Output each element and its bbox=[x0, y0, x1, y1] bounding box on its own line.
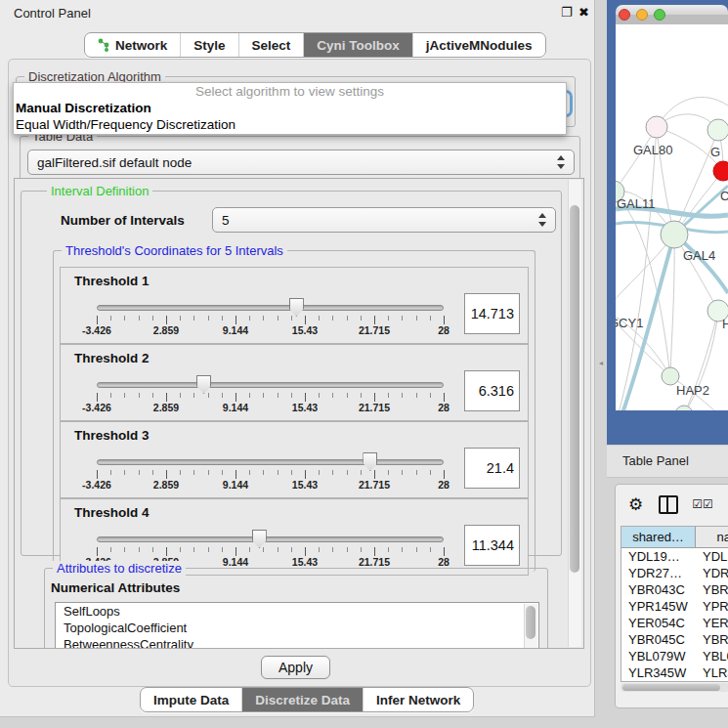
tab-select[interactable]: Select bbox=[239, 33, 305, 57]
threshold-3-slider[interactable] bbox=[97, 459, 444, 465]
cell[interactable]: YER054C bbox=[621, 615, 696, 631]
close-icon[interactable]: ✖ bbox=[578, 5, 589, 20]
node-gal80[interactable] bbox=[646, 116, 667, 138]
interval-definition-group-title: Interval Definition bbox=[47, 184, 152, 198]
tab-network[interactable]: Network bbox=[85, 33, 181, 57]
cell[interactable]: YPR1 bbox=[696, 598, 728, 615]
table-row[interactable]: YDL19… YDL1 bbox=[621, 548, 728, 565]
minimize-traffic-light-icon[interactable] bbox=[637, 10, 648, 21]
column-header-shared-name[interactable]: shared… bbox=[621, 527, 696, 547]
tick-label: -3.426 bbox=[82, 479, 111, 491]
dropdown-placeholder-item[interactable]: Select algorithm to view settings bbox=[14, 83, 566, 100]
list-item[interactable]: BetweennessCentrality bbox=[56, 636, 538, 649]
columns-icon[interactable] bbox=[659, 495, 678, 514]
select-columns-checkboxes-icon[interactable]: ☑☑ bbox=[692, 497, 713, 511]
float-window-icon[interactable]: ❐ bbox=[561, 5, 573, 20]
cell[interactable]: YIL0 bbox=[696, 681, 728, 682]
threshold-3-label: Threshold 3 bbox=[74, 428, 150, 443]
cell[interactable]: YLR3 bbox=[696, 664, 728, 681]
threshold-4-slider[interactable] bbox=[97, 536, 444, 542]
tab-discretize-data[interactable]: Discretize Data bbox=[242, 688, 364, 711]
threshold-4-slider-thumb[interactable] bbox=[252, 530, 267, 548]
table-row[interactable]: YPR145W YPR1 bbox=[621, 598, 728, 615]
number-of-intervals-combobox[interactable]: 5 bbox=[212, 207, 556, 233]
cell[interactable]: YPR145W bbox=[621, 598, 696, 615]
list-scrollbar[interactable] bbox=[524, 604, 537, 649]
numerical-attributes-list[interactable]: SelfLoops TopologicalCoefficient Between… bbox=[55, 602, 539, 649]
tab-infer-network-label: Infer Network bbox=[376, 693, 460, 707]
node-g[interactable] bbox=[707, 119, 728, 141]
threshold-1-value-field[interactable]: 14.713 bbox=[464, 293, 520, 334]
slider-major-ticks bbox=[97, 393, 445, 402]
node-highlighted-red[interactable] bbox=[713, 161, 728, 181]
settings-scrollbar[interactable] bbox=[568, 180, 581, 647]
threshold-2-slider-thumb[interactable] bbox=[196, 375, 211, 394]
table-row[interactable]: YLR345W YLR3 bbox=[621, 664, 728, 681]
threshold-2-panel: Threshold 2 -3.426 2.859 9.144 15.43 21.… bbox=[60, 344, 529, 421]
threshold-2-slider[interactable] bbox=[97, 382, 444, 388]
cell[interactable]: YBR0 bbox=[696, 631, 728, 648]
node-label-c: C bbox=[720, 189, 728, 203]
cell[interactable]: YBR0 bbox=[696, 581, 728, 598]
list-item[interactable]: TopologicalCoefficient bbox=[56, 620, 538, 636]
table-row[interactable]: YBR045C YBR0 bbox=[621, 631, 728, 648]
cell[interactable]: YDR27… bbox=[621, 565, 696, 581]
cell[interactable]: YBL079W bbox=[621, 648, 696, 664]
table-horizontal-scrollbar[interactable] bbox=[621, 683, 728, 692]
threshold-3-slider-thumb[interactable] bbox=[363, 452, 377, 471]
threshold-2-value-field[interactable]: 6.316 bbox=[464, 370, 520, 411]
network-view-window[interactable]: GAL80 G C GAL11 GAL4 GCY1 H HAP2 bbox=[607, 0, 728, 445]
gear-icon[interactable]: ⚙ bbox=[628, 494, 643, 515]
tab-infer-network[interactable]: Infer Network bbox=[364, 688, 473, 711]
list-item[interactable]: SelfLoops bbox=[56, 603, 538, 620]
cell[interactable]: YDR2 bbox=[696, 565, 728, 581]
list-scrollbar-thumb[interactable] bbox=[526, 606, 535, 639]
interval-definition-group: Interval Definition Number of Intervals … bbox=[21, 191, 562, 556]
threshold-4-value-field[interactable]: 11.344 bbox=[464, 525, 520, 566]
node-table[interactable]: shared… na YDL19… YDL1 YDR27… YDR2 YBR04… bbox=[621, 526, 728, 682]
cell[interactable]: YBR043C bbox=[621, 581, 696, 598]
tab-style[interactable]: Style bbox=[181, 33, 238, 57]
table-horizontal-scrollbar-thumb[interactable] bbox=[622, 684, 720, 691]
table-data-combobox[interactable]: galFiltered.sif default node bbox=[27, 150, 575, 175]
table-row[interactable]: YIL053C YIL0 bbox=[621, 681, 728, 682]
tab-style-label: Style bbox=[193, 38, 225, 53]
cell[interactable]: YBL0 bbox=[696, 648, 728, 664]
threshold-1-slider-thumb[interactable] bbox=[289, 298, 304, 317]
apply-button[interactable]: Apply bbox=[261, 656, 330, 679]
table-row[interactable]: YDR27… YDR2 bbox=[621, 565, 728, 581]
close-traffic-light-icon[interactable] bbox=[620, 10, 630, 21]
titlebar-bottom bbox=[616, 15, 728, 24]
cell[interactable]: YDL1 bbox=[696, 548, 728, 565]
zoom-traffic-light-icon[interactable] bbox=[655, 10, 665, 21]
settings-scrollbar-thumb[interactable] bbox=[570, 205, 579, 573]
dropdown-option-manual-discretization[interactable]: Manual Discretization bbox=[14, 100, 566, 116]
column-header-name[interactable]: na bbox=[696, 527, 728, 547]
table-toolbar: ⚙ ☑☑ bbox=[616, 485, 728, 524]
threshold-1-slider[interactable] bbox=[97, 305, 444, 311]
table-row[interactable]: YER054C YER0 bbox=[621, 615, 728, 631]
tab-jactivemnodules[interactable]: jActiveMNodules bbox=[413, 33, 545, 57]
resize-handle-icon[interactable]: ◂ bbox=[599, 359, 606, 365]
table-panel-body: ⚙ ☑☑ shared… na YDL19… YDL1 YDR27… YDR2 … bbox=[615, 484, 728, 708]
table-header-row: shared… na bbox=[621, 527, 728, 548]
number-of-intervals-value: 5 bbox=[222, 213, 230, 228]
tab-impute-data[interactable]: Impute Data bbox=[141, 688, 242, 711]
cell[interactable]: YDL19… bbox=[621, 548, 696, 565]
tick-label: 15.43 bbox=[292, 324, 318, 336]
threshold-3-value-field[interactable]: 21.4 bbox=[464, 448, 520, 489]
cell[interactable]: YIL053C bbox=[621, 681, 696, 682]
node-gal4[interactable] bbox=[661, 221, 688, 248]
cell[interactable]: YER0 bbox=[696, 615, 728, 631]
node-label-h: H bbox=[722, 317, 728, 331]
tick-label: 28 bbox=[438, 324, 450, 336]
tick-label: 9.144 bbox=[223, 479, 248, 491]
tab-cyni-toolbox[interactable]: Cyni Toolbox bbox=[304, 33, 413, 57]
cell[interactable]: YLR345W bbox=[621, 664, 696, 681]
table-row[interactable]: YBR043C YBR0 bbox=[621, 581, 728, 598]
dropdown-option-equal-width[interactable]: Equal Width/Frequency Discretization bbox=[14, 116, 566, 133]
table-row[interactable]: YBL079W YBL0 bbox=[621, 648, 728, 664]
tick-label: -3.426 bbox=[82, 402, 111, 413]
threshold-3-panel: Threshold 3 -3.426 2.859 9.144 15.43 21.… bbox=[60, 421, 529, 498]
cell[interactable]: YBR045C bbox=[621, 631, 696, 648]
